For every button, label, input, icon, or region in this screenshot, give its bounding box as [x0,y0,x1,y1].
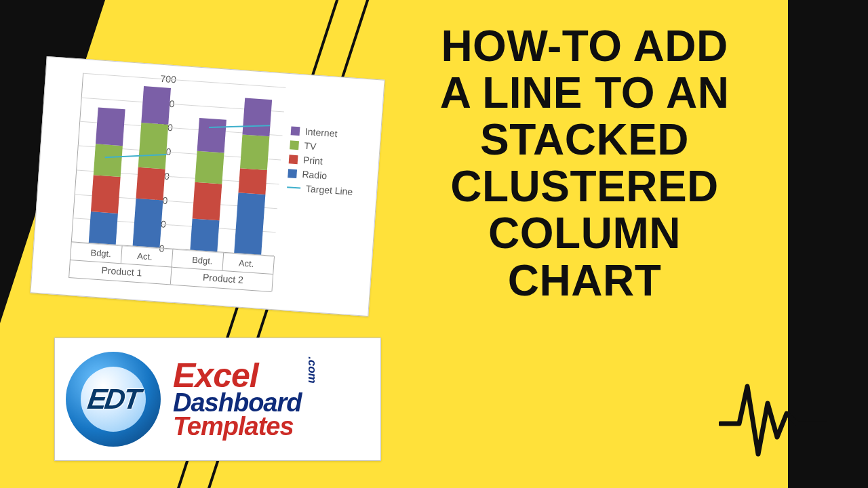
brand-tld: .com [307,357,317,384]
headline-line: STACKED [395,117,774,163]
chart-stacked-bar [190,118,226,251]
chart-bar-segment-tv [240,134,269,170]
brand-wordmark: Excel Dashboard Templates .com [173,361,301,437]
chart-stacked-bar [89,107,125,244]
chart-legend: InternetTVPrintRadioTarget Line [286,121,357,201]
brand-word-excel: Excel [173,361,301,391]
chart-bar-segment-print [193,182,222,220]
legend-swatch [289,155,298,164]
chart-bar-segment-internet [197,118,226,152]
chart-card: 0100200300400500600700 Bdgt.Act.Product … [30,56,384,317]
headline: HOW-TO ADD A LINE TO AN STACKED CLUSTERE… [395,23,774,304]
legend-label: Radio [302,169,328,182]
chart-group-label: Product 1 [101,264,142,278]
headline-line: HOW-TO ADD [395,23,774,70]
chart-group-label: Product 2 [203,272,244,285]
chart-bar-segment-tv [94,144,123,177]
chart-stacked-bar [133,86,171,247]
legend-swatch [290,140,299,150]
legend-label: Target Line [306,183,353,197]
logo-card: EDT Excel Dashboard Templates .com [54,338,381,461]
chart-gridline [83,73,285,88]
edt-badge-text: EDT [59,352,167,447]
chart-subcategory-label: Act. [128,250,161,262]
chart-subcategory-label: Bdgt. [186,254,219,266]
legend-item: Internet [291,125,357,140]
chart-bar-segment-internet [242,98,272,136]
legend-item: Target Line [287,182,353,197]
chart-bar-segment-internet [96,107,125,145]
legend-swatch [291,126,300,136]
chart-subcategory-label: Act. [230,258,263,270]
legend-item: Print [289,153,355,169]
chart-bar-segment-radio [89,211,118,245]
chart-bar-segment-print [91,175,121,213]
legend-label: Print [303,155,323,167]
chart-bar-segment-radio [190,218,219,251]
chart-bar-segment-radio [133,199,163,247]
legend-item: TV [290,139,356,155]
chart-bar-segment-print [238,168,267,194]
chart-axis-line [121,245,123,263]
legend-label: Internet [304,126,337,139]
legend-label: TV [304,140,317,152]
chart-bar-segment-tv [138,123,169,169]
chart-bar-segment-internet [141,86,171,124]
chart-bar-segment-radio [234,192,265,255]
heartbeat-icon [719,366,827,461]
thumbnail-canvas: HOW-TO ADD A LINE TO AN STACKED CLUSTERE… [0,0,868,488]
chart-bar-segment-print [136,167,165,201]
edt-badge-icon: EDT [66,352,161,447]
headline-line: CHART [395,258,774,304]
chart-axis-line [222,253,224,270]
headline-line: CLUSTERED [395,163,774,210]
legend-swatch [288,169,297,178]
legend-line-swatch [287,186,300,188]
headline-line: A LINE TO AN [395,70,774,117]
chart-subcategory-label: Bdgt. [84,247,117,260]
brand-word-templates: Templates [173,415,301,438]
brand-word-dashboard: Dashboard [173,391,301,414]
chart-plot-area [71,73,286,256]
legend-item: Radio [288,167,354,183]
headline-line: COLUMN [395,210,774,257]
chart-bar-segment-tv [195,150,224,184]
